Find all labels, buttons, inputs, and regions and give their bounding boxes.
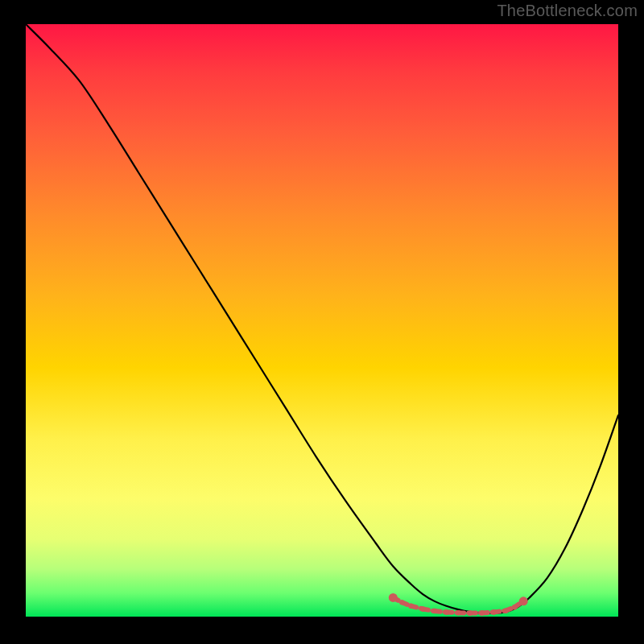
highlight-band bbox=[389, 593, 528, 616]
highlight-dot bbox=[519, 597, 528, 605]
highlight-dot bbox=[389, 593, 398, 602]
highlight-dot bbox=[399, 600, 404, 605]
highlight-dot bbox=[420, 606, 425, 611]
chart-frame: TheBottleneck.com bbox=[0, 0, 644, 644]
highlight-dot bbox=[491, 609, 496, 614]
highlight-dot bbox=[503, 608, 508, 613]
curve-overlay bbox=[26, 24, 618, 617]
highlight-dot bbox=[408, 604, 413, 609]
highlight-dot bbox=[468, 610, 473, 615]
highlight-dot bbox=[480, 610, 485, 615]
watermark-text: TheBottleneck.com bbox=[497, 2, 638, 20]
highlight-dot bbox=[512, 605, 517, 609]
highlight-dot bbox=[456, 610, 460, 615]
highlight-dot bbox=[432, 609, 437, 613]
bottleneck-curve bbox=[26, 24, 618, 613]
highlight-dot bbox=[444, 609, 448, 614]
